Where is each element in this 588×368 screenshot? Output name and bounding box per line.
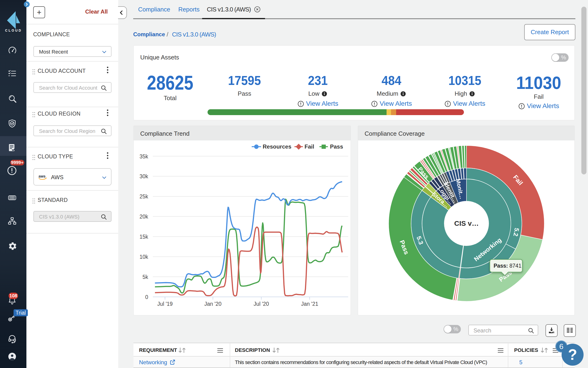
svg-text:Jan '20: Jan '20: [204, 301, 221, 307]
svg-text:Jul '19: Jul '19: [157, 301, 173, 307]
svg-text:Pass: Pass: [330, 143, 343, 150]
svg-text:30k: 30k: [140, 173, 149, 179]
svg-text:Fail: Fail: [305, 143, 314, 150]
svg-text:20k: 20k: [140, 214, 149, 220]
svg-text:25k: 25k: [140, 193, 149, 200]
svg-text:Resources: Resources: [263, 143, 291, 150]
svg-text:10k: 10k: [140, 254, 149, 260]
svg-text:Jan '21: Jan '21: [301, 301, 318, 307]
svg-text:5k: 5k: [142, 274, 149, 280]
svg-text:15k: 15k: [140, 234, 149, 240]
svg-text:35k: 35k: [140, 154, 149, 160]
svg-text:0: 0: [145, 294, 148, 300]
svg-text:Jul '20: Jul '20: [254, 301, 269, 307]
